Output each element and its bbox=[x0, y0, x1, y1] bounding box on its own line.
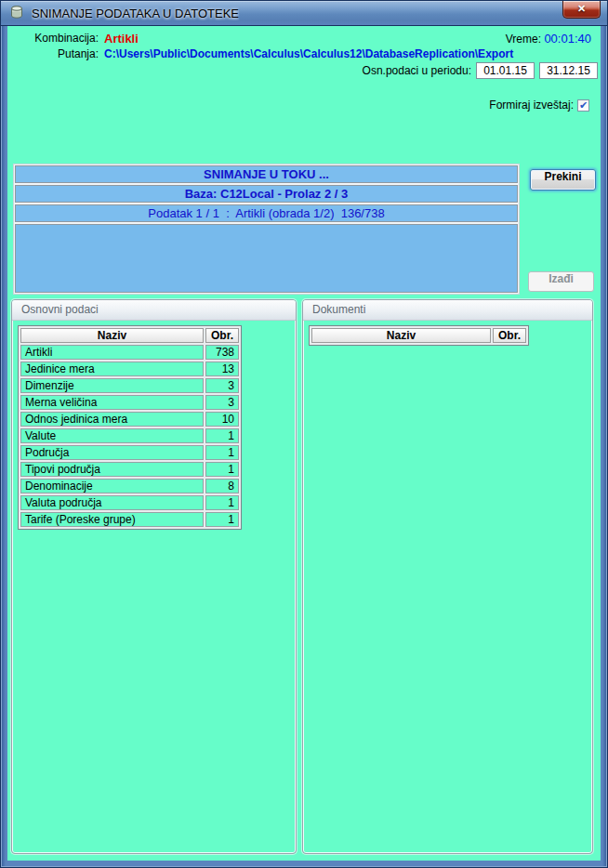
period-label: Osn.podaci u periodu: bbox=[363, 64, 471, 77]
dialog-window: SNIMANJE PODATAKA U DATOTEKE ✕ Kombinaci… bbox=[0, 0, 608, 868]
cell-count: 8 bbox=[205, 479, 239, 493]
dialog-content: Kombinacija: Artikli Vreme: 00:01:40 Put… bbox=[7, 26, 601, 861]
table-row[interactable]: Tarife (Poreske grupe)1 bbox=[20, 512, 239, 527]
column-header-obr: Obr. bbox=[493, 328, 526, 343]
panel-osnovni-podaci: Osnovni podaci Naziv Obr. Artikli738Jedi… bbox=[11, 299, 297, 854]
window-title: SNIMANJE PODATAKA U DATOTEKE bbox=[32, 7, 239, 20]
close-button[interactable]: ✕ bbox=[562, 1, 601, 19]
putanja-label: Putanja: bbox=[7, 47, 99, 60]
progress-detail-line: Podatak 1 / 1 : Artikli (obrada 1/2) 136… bbox=[15, 204, 518, 222]
table-row[interactable]: Jedinice mera13 bbox=[20, 362, 239, 376]
panel-osnovni-title: Osnovni podaci bbox=[12, 300, 296, 321]
table-header-row: Naziv Obr. bbox=[311, 328, 526, 343]
cell-count: 1 bbox=[205, 462, 239, 477]
cell-name: Dimenzije bbox=[20, 378, 204, 393]
cell-name: Jedinice mera bbox=[20, 362, 204, 376]
table-row[interactable]: Merna veličina3 bbox=[20, 395, 239, 410]
vreme-value: 00:01:40 bbox=[544, 32, 591, 46]
cell-count: 1 bbox=[205, 495, 239, 510]
kombinacija-value: Artikli bbox=[104, 32, 139, 46]
progress-log-area bbox=[15, 224, 518, 293]
cell-count: 1 bbox=[205, 445, 239, 460]
cell-name: Valute bbox=[20, 428, 204, 443]
progress-database-line: Baza: C12Local - Prolaz 2 / 3 bbox=[15, 185, 518, 203]
database-icon bbox=[9, 6, 24, 20]
prekini-button[interactable]: Prekini bbox=[530, 169, 596, 191]
cell-name: Odnos jedinica mera bbox=[20, 412, 204, 427]
osnovni-table: Naziv Obr. Artikli738Jedinice mera13Dime… bbox=[18, 325, 242, 530]
cell-count: 738 bbox=[205, 345, 239, 360]
table-row[interactable]: Denominacije8 bbox=[20, 479, 239, 493]
column-header-naziv: Naziv bbox=[20, 328, 204, 343]
period-to-input[interactable] bbox=[539, 62, 598, 79]
cell-name: Tarife (Poreske grupe) bbox=[20, 512, 204, 527]
cell-count: 1 bbox=[205, 512, 239, 527]
panel-dokumenti: Dokumenti Naziv Obr. bbox=[302, 299, 593, 854]
report-label: Formiraj izveštaj: bbox=[489, 99, 574, 112]
cell-count: 13 bbox=[205, 362, 239, 376]
table-row[interactable]: Područja1 bbox=[20, 445, 239, 460]
table-row[interactable]: Artikli738 bbox=[20, 345, 239, 360]
table-row[interactable]: Valute1 bbox=[20, 428, 239, 443]
report-checkbox[interactable]: ✔ bbox=[577, 99, 589, 112]
table-row[interactable]: Dimenzije3 bbox=[20, 378, 239, 393]
progress-panel: SNIMANJE U TOKU ... Baza: C12Local - Pro… bbox=[13, 164, 520, 295]
table-header-row: Naziv Obr. bbox=[20, 328, 239, 343]
period-from-input[interactable] bbox=[476, 62, 535, 79]
cell-count: 1 bbox=[205, 428, 239, 443]
cell-name: Merna veličina bbox=[20, 395, 204, 410]
dokumenti-table: Naziv Obr. bbox=[309, 325, 529, 346]
cell-count: 10 bbox=[205, 412, 239, 427]
cell-count: 3 bbox=[205, 395, 239, 410]
kombinacija-label: Kombinacija: bbox=[7, 32, 99, 45]
panel-dokumenti-title: Dokumenti bbox=[303, 300, 592, 321]
table-row[interactable]: Tipovi područja1 bbox=[20, 462, 239, 477]
progress-status-line: SNIMANJE U TOKU ... bbox=[15, 165, 518, 183]
cell-name: Valuta područja bbox=[20, 495, 204, 510]
cell-name: Denominacije bbox=[20, 479, 204, 493]
cell-name: Tipovi područja bbox=[20, 462, 204, 477]
checkmark-icon: ✔ bbox=[579, 100, 588, 111]
izadi-button: Izađi bbox=[528, 271, 594, 292]
cell-name: Artikli bbox=[20, 345, 204, 360]
title-bar[interactable]: SNIMANJE PODATAKA U DATOTEKE ✕ bbox=[0, 0, 608, 26]
close-icon: ✕ bbox=[577, 3, 586, 14]
table-row[interactable]: Valuta područja1 bbox=[20, 495, 239, 510]
putanja-value: C:\Users\Public\Documents\Calculus\Calcu… bbox=[104, 47, 513, 60]
vreme-label: Vreme: bbox=[506, 33, 541, 46]
column-header-naziv: Naziv bbox=[311, 328, 491, 343]
table-row[interactable]: Odnos jedinica mera10 bbox=[20, 412, 239, 427]
column-header-obr: Obr. bbox=[205, 328, 239, 343]
cell-name: Područja bbox=[20, 445, 204, 460]
cell-count: 3 bbox=[205, 378, 239, 393]
